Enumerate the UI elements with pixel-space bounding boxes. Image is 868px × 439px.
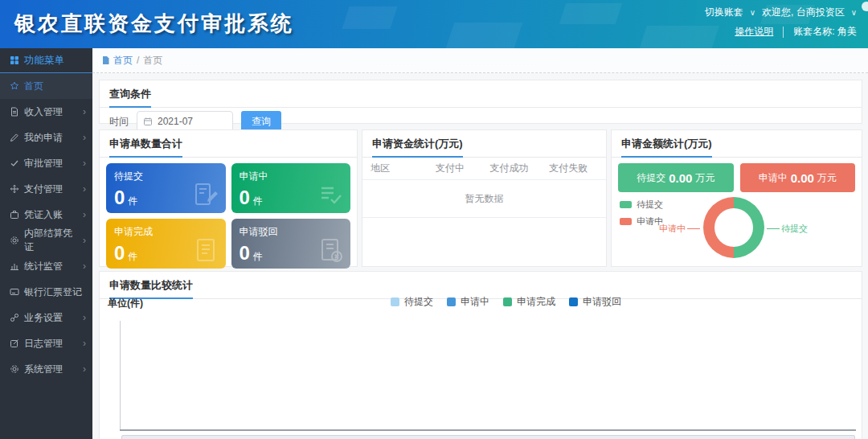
legend-swatch: [503, 297, 512, 306]
welcome-user-dropdown[interactable]: 欢迎您, 台商投资区: [762, 6, 845, 19]
sidebar-item-label: 业务设置: [24, 311, 63, 325]
donut-legend: 待提交 申请中: [620, 199, 663, 228]
chevron-down-icon[interactable]: ∨: [851, 8, 857, 17]
card-icon: [10, 287, 19, 297]
decor-shape: [446, 23, 522, 48]
sidebar-item-label: 支付管理: [24, 183, 63, 196]
sidebar: 功能菜单 首页 收入管理 › 我的申请 › 审批管理 › 支付管理 › 凭证入账…: [0, 48, 92, 439]
app-title: 银农直联资金支付审批系统: [14, 10, 294, 38]
sidebar-item-home[interactable]: 首页: [0, 73, 92, 99]
sidebar-item-voucher-entry[interactable]: 凭证入账 ›: [0, 202, 92, 228]
link-icon: [10, 313, 19, 322]
sidebar-item-income[interactable]: 收入管理 ›: [0, 99, 92, 125]
sidebar-item-label: 内部结算凭证: [24, 227, 78, 254]
amount-chip-pending: 待提交 0.00 万元: [618, 163, 734, 192]
chevron-right-icon: ›: [83, 363, 86, 375]
legend-swatch: [447, 297, 456, 306]
amount-statistics-panel: 申请金额统计(万元) 待提交 0.00 万元 申请中 0.00 万元 待提交 申…: [611, 129, 862, 267]
panel-title: 申请资金统计(万元): [362, 130, 606, 158]
avatar[interactable]: [862, 2, 868, 11]
chevron-right-icon: ›: [83, 132, 86, 143]
stat-value: 0: [114, 187, 125, 209]
amount-value: 0.00: [791, 171, 814, 185]
application-count-panel: 申请单数量合计 待提交 0件 申请中 0件 申请完成 0件 申请驳回 0件: [99, 129, 358, 267]
account-name-label: 账套名称: 角美: [793, 25, 857, 39]
calendar-icon: [143, 117, 153, 126]
sidebar-item-my-applications[interactable]: 我的申请 ›: [0, 125, 92, 150]
breadcrumb: 首页 / 首页: [92, 48, 868, 73]
gear-icon: [10, 236, 19, 245]
sidebar-item-bank-draft[interactable]: 银行汇票登记: [0, 279, 92, 305]
chevron-right-icon: ›: [83, 338, 86, 349]
stat-card-in-progress: 申请中 0件: [231, 163, 351, 213]
sidebar-item-payment[interactable]: 支付管理 ›: [0, 176, 92, 202]
donut-label-applying: 申请中: [659, 223, 700, 235]
check-icon: [10, 158, 19, 168]
donut-chart: [703, 197, 764, 258]
panel-title: 申请金额统计(万元): [612, 130, 862, 158]
document-reject-icon: [317, 236, 344, 264]
legend-item-pending[interactable]: 待提交: [620, 199, 663, 211]
breadcrumb-home[interactable]: 首页: [101, 54, 133, 68]
sidebar-item-label: 日志管理: [24, 337, 63, 351]
divider: [783, 27, 784, 38]
breadcrumb-current: 首页: [143, 54, 162, 68]
pen-icon: [10, 133, 19, 142]
sidebar-item-business-settings[interactable]: 业务设置 ›: [0, 305, 92, 330]
star-icon: [10, 81, 19, 91]
month-picker-value: 2021-07: [158, 116, 193, 127]
legend-swatch: [569, 297, 578, 306]
legend-item-rejected[interactable]: 申请驳回: [569, 295, 621, 309]
legend-item-applying[interactable]: 申请中: [620, 215, 663, 228]
sidebar-item-internal-settlement[interactable]: 内部结算凭证 ›: [0, 228, 92, 253]
donut-label-pending: 待提交: [767, 223, 808, 235]
stat-card-completed: 申请完成 0件: [106, 219, 226, 269]
panel-title: 查询条件: [100, 80, 862, 108]
sidebar-item-log-management[interactable]: 日志管理 ›: [0, 330, 92, 356]
decor-shape: [559, 3, 622, 24]
sidebar-item-label: 首页: [24, 80, 43, 93]
legend-swatch: [391, 297, 399, 306]
donut-hole: [714, 208, 753, 247]
settings-gear-icon: [10, 364, 19, 374]
legend-swatch: [620, 218, 632, 225]
chevron-right-icon: ›: [83, 106, 86, 117]
briefcase-icon: [10, 210, 19, 220]
datazoom-slider[interactable]: [121, 435, 855, 439]
chevron-right-icon: ›: [83, 209, 86, 220]
chevron-down-icon[interactable]: ∨: [750, 8, 755, 17]
legend-item-pending-submit[interactable]: 待提交: [391, 295, 433, 309]
legend-item-in-progress[interactable]: 申请中: [447, 295, 489, 309]
menu-grid-icon: [10, 55, 19, 65]
column-pay-failed: 支付失败: [538, 162, 598, 175]
panel-title: 申请单数量合计: [100, 130, 357, 158]
switch-account-dropdown[interactable]: 切换账套: [705, 6, 743, 19]
list-check-icon: [317, 181, 344, 208]
operation-manual-link[interactable]: 操作说明: [735, 25, 773, 39]
table-header-row: 地区 支付中 支付成功 支付失败: [362, 158, 606, 180]
sidebar-item-statistics[interactable]: 统计监管 ›: [0, 253, 92, 279]
page-icon: [101, 55, 110, 65]
x-axis-line: [120, 429, 856, 431]
sidebar-item-label: 凭证入账: [24, 208, 63, 222]
stat-value: 0: [240, 187, 250, 209]
edit-icon: [10, 338, 19, 348]
legend-swatch: [620, 201, 632, 208]
chevron-right-icon: ›: [83, 158, 86, 169]
column-region: 地区: [371, 162, 420, 175]
sidebar-item-label: 我的申请: [24, 131, 63, 145]
sidebar-item-approval[interactable]: 审批管理 ›: [0, 150, 92, 176]
column-pay-success: 支付成功: [480, 162, 539, 175]
document-lines-icon: [192, 236, 219, 264]
y-axis-line: [120, 321, 121, 429]
sidebar-item-system-management[interactable]: 系统管理 ›: [0, 356, 92, 382]
document-icon: [10, 107, 19, 117]
comparison-legend: 待提交 申请中 申请完成 申请驳回: [391, 295, 621, 309]
chevron-right-icon: ›: [83, 183, 86, 195]
sidebar-item-label: 审批管理: [24, 157, 63, 170]
sidebar-item-label: 银行汇票登记: [24, 285, 82, 299]
move-icon: [10, 184, 19, 194]
menu-header-label: 功能菜单: [24, 54, 64, 68]
legend-item-completed[interactable]: 申请完成: [503, 295, 555, 309]
stat-value: 0: [114, 242, 125, 265]
